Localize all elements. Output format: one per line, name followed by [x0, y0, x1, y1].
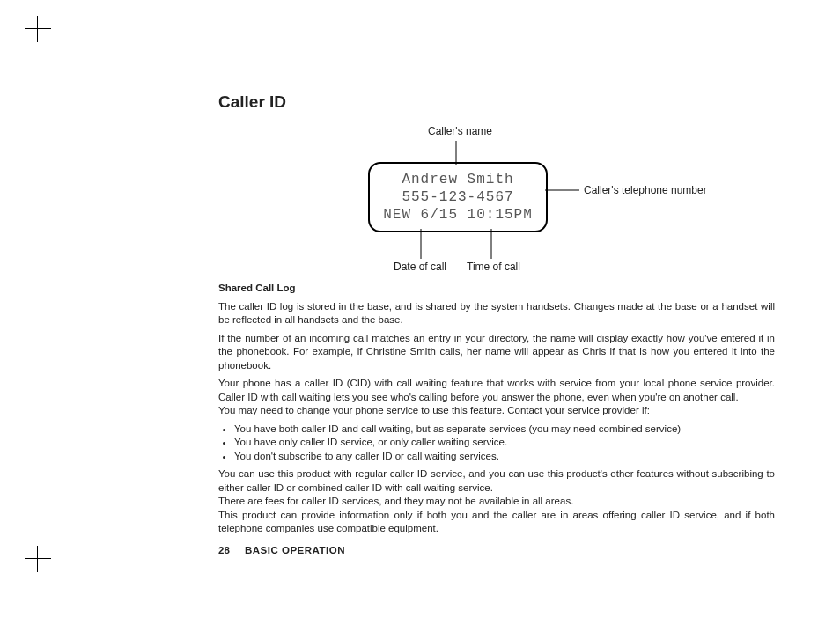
page-title: Caller ID [218, 92, 775, 114]
page-footer: 28 BASIC OPERATION [218, 545, 775, 555]
label-date-of-call: Date of call [394, 261, 446, 273]
bullet-list: You have both caller ID and call waiting… [218, 423, 775, 464]
lcd-line-name: Andrew Smith [379, 171, 537, 188]
paragraph: If the number of an incoming call matche… [218, 332, 775, 373]
label-caller-name: Caller's name [428, 125, 492, 137]
lcd-display: Andrew Smith 555-123-4567 NEW 6/15 10:15… [368, 162, 548, 232]
body-text: Shared Call Log The caller ID log is sto… [218, 282, 775, 536]
caller-id-diagram: Caller's name Andrew Smith 555-123-4567 … [218, 120, 775, 278]
subheading: Shared Call Log [218, 282, 775, 296]
section-name: BASIC OPERATION [245, 545, 345, 555]
paragraph: The caller ID log is stored in the base,… [218, 300, 775, 327]
lcd-line-status: NEW 6/15 10:15PM [379, 206, 537, 224]
lcd-line-number: 555-123-4567 [379, 188, 537, 206]
list-item: You don't subscribe to any caller ID or … [234, 450, 775, 464]
paragraph: Your phone has a caller ID (CID) with ca… [218, 377, 775, 418]
paragraph: You can use this product with regular ca… [218, 467, 775, 536]
page-number: 28 [218, 545, 230, 555]
list-item: You have only caller ID service, or only… [234, 436, 775, 450]
label-time-of-call: Time of call [467, 261, 520, 273]
list-item: You have both caller ID and call waiting… [234, 423, 775, 437]
page-content: Caller ID Caller's name Andrew Smith 555… [218, 92, 775, 555]
label-caller-number: Caller's telephone number [584, 184, 707, 196]
